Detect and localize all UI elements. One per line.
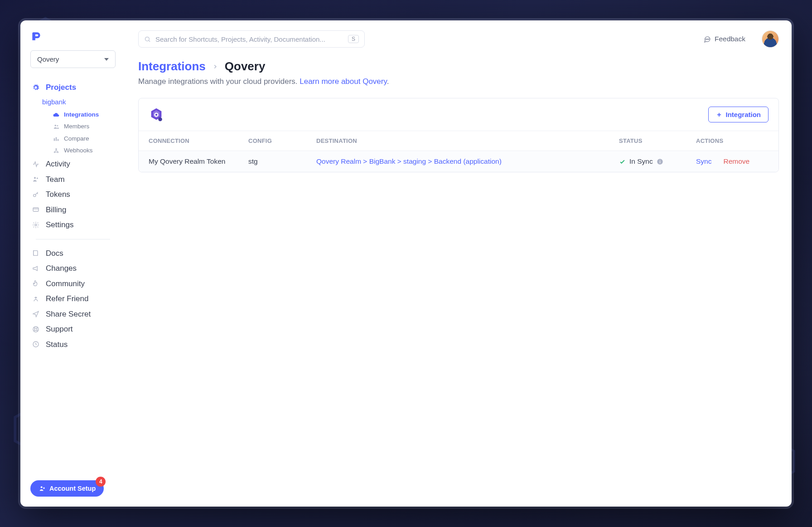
svg-rect-3 bbox=[56, 137, 57, 141]
settings-icon bbox=[31, 221, 40, 229]
nav-tokens[interactable]: Tokens bbox=[27, 187, 119, 202]
nav-webhooks[interactable]: Webhooks bbox=[48, 145, 119, 156]
nav-billing-label: Billing bbox=[46, 204, 66, 216]
cell-actions: Sync Remove bbox=[696, 157, 768, 166]
nav-changes[interactable]: Changes bbox=[27, 261, 119, 276]
topbar: Search for Shortcuts, Projects, Activity… bbox=[138, 30, 779, 48]
svg-point-8 bbox=[34, 177, 36, 179]
nav-project-bigbank[interactable]: bigbank bbox=[38, 95, 119, 109]
svg-point-1 bbox=[57, 125, 58, 127]
svg-point-0 bbox=[55, 125, 57, 127]
lifebuoy-icon bbox=[31, 326, 40, 333]
user-avatar[interactable] bbox=[762, 30, 779, 48]
account-setup-button[interactable]: Account Setup 4 bbox=[30, 480, 104, 497]
cloud-icon bbox=[52, 112, 60, 118]
nav-docs[interactable]: Docs bbox=[27, 246, 119, 261]
account-setup-badge: 4 bbox=[96, 477, 106, 487]
svg-point-23 bbox=[158, 117, 162, 121]
col-destination: DESTINATION bbox=[316, 137, 619, 144]
breadcrumb-leaf: Qovery bbox=[225, 59, 266, 73]
nav-projects-label: Projects bbox=[46, 82, 76, 93]
breadcrumb-root[interactable]: Integrations bbox=[138, 59, 206, 73]
col-connection: CONNECTION bbox=[149, 137, 248, 144]
subtitle-text: Manage integrations with your cloud prov… bbox=[138, 77, 300, 86]
svg-point-16 bbox=[41, 486, 43, 488]
sync-action[interactable]: Sync bbox=[696, 157, 711, 166]
send-icon bbox=[31, 310, 40, 317]
book-icon bbox=[31, 249, 40, 257]
remove-action[interactable]: Remove bbox=[723, 157, 749, 166]
nav-divider bbox=[36, 239, 110, 239]
main-content: Search for Shortcuts, Projects, Activity… bbox=[126, 20, 792, 507]
hand-icon bbox=[31, 280, 40, 287]
cell-destination[interactable]: Qovery Realm > BigBank > staging > Backe… bbox=[316, 157, 619, 166]
svg-rect-11 bbox=[33, 208, 39, 211]
nav-refer[interactable]: Refer Friend bbox=[27, 291, 119, 307]
svg-point-10 bbox=[34, 194, 36, 196]
compare-icon bbox=[52, 136, 60, 142]
cell-config: stg bbox=[248, 157, 316, 166]
feedback-button[interactable]: Feedback bbox=[703, 35, 745, 43]
col-actions: ACTIONS bbox=[696, 137, 768, 144]
nav-tokens-label: Tokens bbox=[46, 189, 70, 200]
nav-status-label: Status bbox=[46, 339, 68, 351]
table-header: CONNECTION CONFIG DESTINATION STATUS ACT… bbox=[139, 131, 778, 151]
app-window: Qovery Projects bigbank Integrations bbox=[20, 20, 792, 507]
search-input[interactable]: Search for Shortcuts, Projects, Activity… bbox=[138, 30, 365, 48]
feedback-label: Feedback bbox=[715, 35, 745, 43]
nav-compare[interactable]: Compare bbox=[48, 133, 119, 145]
nav-webhooks-label: Webhooks bbox=[64, 146, 93, 155]
nav-billing[interactable]: Billing bbox=[27, 202, 119, 218]
nav-members-label: Members bbox=[64, 122, 89, 131]
nav-settings[interactable]: Settings bbox=[27, 217, 119, 233]
nav-share-label: Share Secret bbox=[46, 308, 91, 320]
nav-members[interactable]: Members bbox=[48, 121, 119, 132]
svg-point-6 bbox=[57, 151, 58, 152]
nav-share-secret[interactable]: Share Secret bbox=[27, 307, 119, 322]
nav-support-label: Support bbox=[46, 323, 73, 335]
nav-community[interactable]: Community bbox=[27, 276, 119, 292]
svg-point-17 bbox=[145, 37, 150, 41]
user-plus-icon bbox=[39, 485, 46, 492]
search-kbd: S bbox=[348, 35, 359, 43]
add-integration-label: Integration bbox=[726, 111, 761, 118]
search-icon bbox=[144, 36, 151, 43]
add-integration-button[interactable]: Integration bbox=[708, 107, 769, 122]
clock-icon bbox=[31, 341, 40, 348]
cell-connection: My Qovery Realm Token bbox=[149, 157, 248, 166]
page-subtitle: Manage integrations with your cloud prov… bbox=[138, 77, 779, 86]
nav-docs-label: Docs bbox=[46, 248, 63, 259]
workspace-name: Qovery bbox=[37, 55, 59, 63]
key-icon bbox=[31, 191, 40, 198]
nav-status[interactable]: Status bbox=[27, 337, 119, 352]
qovery-logo-icon bbox=[149, 107, 164, 122]
svg-point-22 bbox=[155, 113, 158, 116]
learn-more-link[interactable]: Learn more about Qovery bbox=[300, 77, 387, 86]
nav-team[interactable]: Team bbox=[27, 172, 119, 187]
gear-icon bbox=[31, 84, 40, 91]
svg-rect-2 bbox=[54, 138, 55, 141]
check-icon bbox=[619, 158, 626, 165]
chevron-down-icon bbox=[104, 58, 109, 61]
nav-projects[interactable]: Projects bbox=[27, 80, 119, 95]
megaphone-icon bbox=[31, 265, 40, 272]
integrations-panel: Integration CONNECTION CONFIG DESTINATIO… bbox=[138, 98, 779, 172]
nav-integrations[interactable]: Integrations bbox=[48, 109, 119, 121]
status-text: In Sync bbox=[629, 157, 653, 166]
info-icon[interactable] bbox=[657, 158, 663, 165]
svg-point-20 bbox=[708, 39, 709, 39]
svg-point-14 bbox=[34, 328, 37, 330]
sidebar: Qovery Projects bigbank Integrations bbox=[20, 20, 126, 507]
plus-icon bbox=[716, 112, 722, 118]
nav-support[interactable]: Support bbox=[27, 322, 119, 337]
nav-changes-label: Changes bbox=[46, 263, 77, 274]
chevron-right-icon bbox=[212, 63, 218, 70]
workspace-select[interactable]: Qovery bbox=[30, 50, 116, 68]
gift-icon bbox=[31, 295, 40, 303]
nav-activity[interactable]: Activity bbox=[27, 156, 119, 172]
svg-rect-26 bbox=[660, 160, 660, 160]
search-placeholder: Search for Shortcuts, Projects, Activity… bbox=[155, 35, 325, 43]
svg-point-5 bbox=[54, 151, 55, 152]
nav-refer-label: Refer Friend bbox=[46, 293, 88, 305]
svg-point-9 bbox=[37, 178, 38, 179]
